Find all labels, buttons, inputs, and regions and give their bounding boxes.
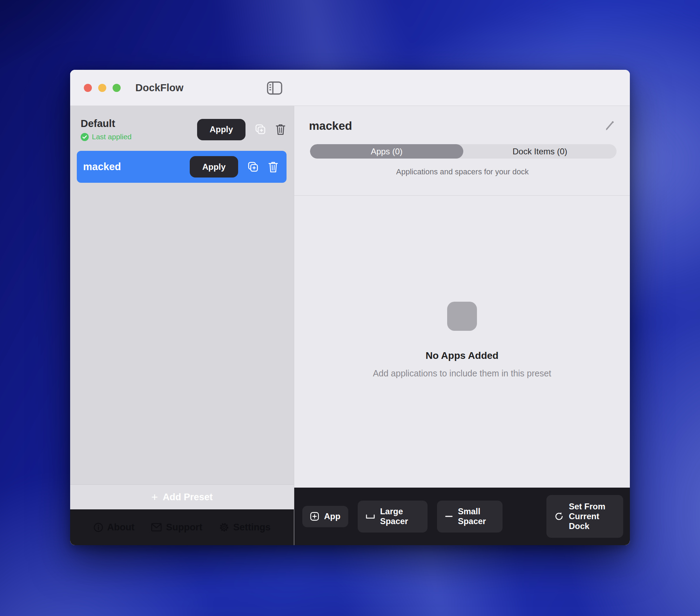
apps-empty-state: No Apps Added Add applications to includ… (294, 196, 630, 488)
titlebar: DockFlow (70, 70, 630, 106)
detail-toolbar: App Large Spacer Small Spacer (294, 488, 630, 545)
add-preset-label: Add Preset (163, 492, 213, 503)
check-circle-icon (81, 133, 89, 141)
large-spacer-icon (365, 513, 375, 520)
gear-icon (219, 522, 229, 532)
settings-label: Settings (233, 522, 271, 533)
add-preset-button[interactable]: + Add Preset (70, 484, 294, 509)
preset-list: Default Last applied Apply (70, 106, 294, 484)
close-window-button[interactable] (84, 84, 92, 92)
support-label: Support (166, 522, 202, 533)
window-title: DockFlow (135, 82, 183, 94)
dockflow-window: DockFlow Default (70, 70, 630, 545)
preset-row-default[interactable]: Default Last applied Apply (70, 114, 294, 147)
empty-state-subtitle: Add applications to include them in this… (373, 368, 551, 379)
apply-button[interactable]: Apply (197, 119, 245, 140)
add-small-spacer-label: Small Spacer (458, 507, 490, 527)
add-large-spacer-label: Large Spacer (380, 507, 412, 527)
info-icon (94, 523, 103, 532)
tab-caption: Applications and spacers for your dock (309, 167, 616, 176)
preset-detail-title: macked (309, 119, 352, 133)
duplicate-preset-button[interactable] (254, 123, 267, 136)
add-large-spacer-button[interactable]: Large Spacer (358, 501, 428, 533)
apply-button[interactable]: Apply (190, 156, 238, 178)
support-button[interactable]: Support (151, 522, 202, 533)
rename-preset-button[interactable] (603, 120, 616, 132)
zoom-window-button[interactable] (113, 84, 121, 92)
preset-sidebar: Default Last applied Apply (70, 106, 294, 545)
mail-icon (151, 523, 162, 531)
refresh-icon (554, 511, 564, 521)
trash-icon (275, 123, 286, 136)
minimize-window-button[interactable] (98, 84, 106, 92)
add-small-spacer-button[interactable]: Small Spacer (437, 501, 503, 533)
duplicate-icon (254, 123, 267, 136)
sidebar-toggle-icon (267, 81, 282, 95)
duplicate-preset-button[interactable] (247, 161, 259, 173)
app-placeholder-icon (447, 302, 477, 331)
trash-icon (268, 161, 279, 173)
plus-square-icon (310, 512, 319, 521)
empty-state-title: No Apps Added (426, 350, 499, 361)
duplicate-icon (247, 161, 259, 173)
preset-name: macked (83, 161, 190, 173)
preset-name: Default (81, 118, 197, 129)
set-from-current-dock-button[interactable]: Set From Current Dock (546, 495, 623, 538)
about-button[interactable]: About (94, 522, 135, 533)
tabs-segmented-control: Apps (0) Dock Items (0) (310, 144, 617, 159)
sidebar-toggle-button[interactable] (267, 81, 283, 95)
detail-header: macked Apps (0) Dock Items (0) Applicati… (294, 106, 630, 196)
tab-apps[interactable]: Apps (0) (310, 144, 463, 159)
preset-detail-panel: macked Apps (0) Dock Items (0) Applicati… (294, 106, 630, 545)
add-app-button[interactable]: App (302, 506, 348, 527)
about-label: About (107, 522, 135, 533)
preset-row-macked[interactable]: macked Apply (77, 151, 287, 183)
settings-button[interactable]: Settings (219, 522, 271, 533)
delete-preset-button[interactable] (275, 123, 286, 136)
pencil-icon (603, 120, 616, 132)
set-from-current-dock-label: Set From Current Dock (569, 502, 610, 531)
tab-dock-items[interactable]: Dock Items (0) (463, 144, 617, 159)
plus-icon: + (151, 491, 158, 503)
preset-status-label: Last applied (92, 133, 132, 141)
small-spacer-icon (445, 515, 453, 518)
delete-preset-button[interactable] (268, 161, 279, 173)
traffic-lights (84, 84, 121, 92)
add-app-label: App (324, 511, 341, 521)
sidebar-footer: About Support Settings (70, 509, 294, 545)
